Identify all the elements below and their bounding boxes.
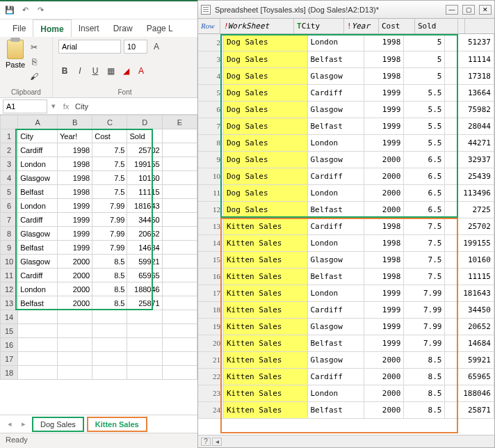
save-icon[interactable]: 💾 — [4, 5, 15, 16]
row-header[interactable]: 14 — [1, 310, 18, 324]
col-cost[interactable]: Cost — [379, 19, 415, 33]
minimize-button[interactable]: — — [446, 5, 458, 15]
copy-icon[interactable]: ⎘ — [28, 56, 40, 68]
cell[interactable]: Glasgow — [18, 227, 58, 241]
cell[interactable]: 199155 — [127, 157, 162, 171]
cell[interactable]: 181643 — [127, 199, 162, 213]
cell[interactable]: Glasgow — [18, 255, 58, 269]
sheet-tab-dog-sales[interactable]: Dog Sales — [32, 417, 84, 432]
cell[interactable]: Cardiff — [18, 143, 58, 157]
cell[interactable]: 2000 — [57, 296, 92, 310]
row-header[interactable]: 2 — [1, 143, 18, 157]
cell[interactable]: Belfast — [18, 296, 58, 310]
cell[interactable]: 11115 — [127, 185, 162, 199]
cell[interactable] — [162, 352, 197, 366]
cell[interactable] — [57, 324, 92, 338]
row-header[interactable]: 13 — [1, 296, 18, 310]
row-header[interactable]: 16 — [1, 338, 18, 352]
cell[interactable] — [92, 366, 127, 380]
cell[interactable] — [92, 324, 127, 338]
cell[interactable]: Belfast — [18, 185, 58, 199]
cell[interactable]: 2000 — [57, 255, 92, 269]
select-all-corner[interactable] — [1, 115, 18, 129]
cell[interactable]: 14684 — [127, 241, 162, 255]
viewer-row[interactable]: 8Dog SalesLondon19995.544271 — [198, 134, 494, 151]
border-icon[interactable]: ▦ — [104, 65, 117, 77]
cell[interactable]: London — [18, 282, 58, 296]
tab-home[interactable]: Home — [33, 19, 71, 37]
cell[interactable]: City — [18, 129, 58, 143]
cell[interactable] — [162, 338, 197, 352]
cell[interactable] — [57, 338, 92, 352]
bold-button[interactable]: B — [58, 65, 71, 77]
tab-insert[interactable]: Insert — [72, 19, 106, 37]
cell[interactable]: Cardiff — [18, 213, 58, 227]
font-color-icon[interactable]: A — [135, 65, 147, 77]
col-header[interactable]: D — [127, 115, 162, 129]
cell[interactable]: 8.5 — [92, 255, 127, 269]
close-button[interactable]: ✕ — [479, 5, 492, 15]
row-header[interactable]: 15 — [1, 324, 18, 338]
viewer-row[interactable]: 7Dog SalesBelfast19995.528044 — [198, 118, 494, 134]
cell[interactable] — [127, 352, 162, 366]
cell[interactable]: 7.99 — [92, 213, 127, 227]
viewer-row[interactable]: 5Dog SalesCardiff19995.513664 — [198, 84, 494, 101]
cell[interactable]: 188046 — [127, 282, 162, 296]
viewer-row[interactable]: 3Dog SalesBelfast1998511114 — [198, 51, 494, 67]
viewer-row[interactable]: 10Dog SalesCardiff20006.525439 — [198, 168, 494, 184]
cell[interactable]: 25702 — [127, 143, 162, 157]
col-sold[interactable]: Sold — [415, 19, 458, 33]
help-button[interactable]: ? — [201, 438, 211, 446]
row-header[interactable]: 6 — [1, 199, 18, 213]
cell[interactable]: 1999 — [57, 227, 92, 241]
cell[interactable]: London — [18, 199, 58, 213]
cell[interactable]: 65965 — [127, 269, 162, 282]
cut-icon[interactable]: ✂ — [28, 41, 40, 54]
cell[interactable] — [18, 310, 58, 324]
italic-button[interactable]: I — [74, 65, 86, 77]
cell[interactable]: Belfast — [18, 241, 58, 255]
col-header[interactable]: E — [162, 115, 197, 129]
cell[interactable]: 20652 — [127, 227, 162, 241]
sheet-next-icon[interactable]: ▸ — [18, 419, 29, 429]
cell[interactable]: 25871 — [127, 296, 162, 310]
cell[interactable] — [127, 310, 162, 324]
cell[interactable] — [18, 352, 58, 366]
cell[interactable] — [57, 310, 92, 324]
viewer-body[interactable]: 2Dog SalesLondon19985512373Dog SalesBelf… — [198, 34, 494, 435]
viewer-row[interactable]: 6Dog SalesGlasgow19995.575982 — [198, 101, 494, 118]
viewer-row[interactable]: 15Kitten SalesGlasgow19987.510160 — [198, 251, 494, 268]
cell[interactable] — [18, 366, 58, 380]
viewer-row[interactable]: 14Kitten SalesLondon19987.5199155 — [198, 234, 494, 251]
underline-button[interactable]: U — [89, 65, 102, 77]
cell[interactable] — [162, 171, 197, 185]
viewer-row[interactable]: 17Kitten SalesLondon19997.99181643 — [198, 285, 494, 301]
cell[interactable]: 7.5 — [92, 157, 127, 171]
viewer-row[interactable]: 18Kitten SalesCardiff19997.9934450 — [198, 301, 494, 318]
cell[interactable] — [162, 310, 197, 324]
cell[interactable] — [18, 324, 58, 338]
viewer-row[interactable]: 9Dog SalesGlasgow20006.532937 — [198, 151, 494, 168]
cell[interactable]: Sold — [127, 129, 162, 143]
col-city[interactable]: TCity — [294, 19, 344, 33]
cell[interactable]: 1998 — [57, 171, 92, 185]
cell[interactable]: 7.5 — [92, 143, 127, 157]
cell[interactable] — [162, 282, 197, 296]
cell[interactable]: 34450 — [127, 213, 162, 227]
font-size-input[interactable] — [124, 40, 147, 54]
cell[interactable] — [162, 185, 197, 199]
viewer-row[interactable]: 13Kitten SalesCardiff19987.525702 — [198, 218, 494, 234]
viewer-row[interactable]: 2Dog SalesLondon1998551237 — [198, 34, 494, 51]
fx-icon[interactable]: fx — [60, 102, 72, 111]
cell[interactable]: 10160 — [127, 171, 162, 185]
cell[interactable] — [162, 199, 197, 213]
nav-left-icon[interactable]: ◂ — [212, 438, 222, 446]
sheet-tab-kitten-sales[interactable]: Kitten Sales — [87, 417, 147, 432]
cell[interactable]: Glasgow — [18, 171, 58, 185]
spreadsheet-grid[interactable]: ABCDE1CityYear!CostSold2Cardiff19987.525… — [0, 115, 197, 380]
cell[interactable] — [162, 129, 197, 143]
cell[interactable]: 1998 — [57, 185, 92, 199]
cell[interactable]: 2000 — [57, 269, 92, 282]
name-box[interactable] — [3, 99, 47, 113]
viewer-row[interactable]: 11Dog SalesLondon20006.5113496 — [198, 184, 494, 201]
